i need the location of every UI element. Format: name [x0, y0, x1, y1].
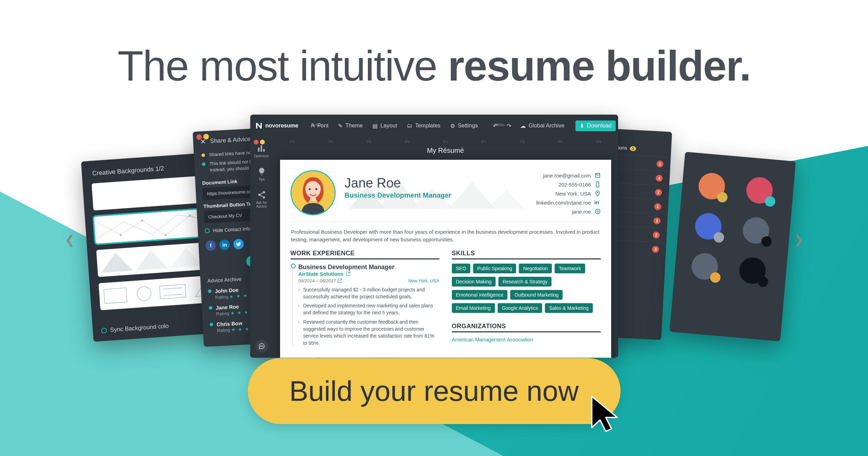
svg-marker-6: [170, 247, 203, 268]
job-dates: 09/2014 – 06/2017: [298, 278, 342, 283]
avatar[interactable]: [290, 170, 336, 215]
cursor-icon: [589, 394, 627, 439]
font-icon: A: [311, 123, 315, 129]
download-button[interactable]: ⬇Download: [575, 121, 616, 131]
toolbar: novoresume Design AFont ✎Theme ▤Layout 🗂…: [250, 115, 618, 137]
svg-point-29: [597, 192, 598, 193]
svg-point-0: [120, 234, 122, 236]
contact-location: New York, USA: [555, 191, 591, 197]
skill-pill[interactable]: Outbound Marketing: [510, 290, 563, 300]
sync-background[interactable]: Sync Background colo: [101, 323, 169, 334]
bullet-1: Successfully managed $2 - 3 million budg…: [298, 286, 439, 300]
skill-pill[interactable]: Sales & Marketing: [545, 303, 593, 313]
share-icon: [257, 190, 266, 199]
gear-icon: ⚙: [450, 123, 455, 129]
download-icon: ⬇: [580, 123, 584, 129]
ruler: 1%2%3%4%5%6%7%8%9%: [273, 137, 618, 144]
svg-marker-20: [411, 188, 454, 209]
undo-button[interactable]: ↶: [489, 121, 502, 131]
svg-marker-21: [448, 182, 495, 209]
logo-icon: [255, 122, 263, 130]
svg-rect-10: [261, 145, 262, 151]
skill-pill[interactable]: Public Speaking: [473, 264, 516, 273]
linkedin-icon[interactable]: in: [219, 239, 230, 250]
skill-pill[interactable]: Google Analytics: [498, 303, 542, 313]
carousel-prev-icon[interactable]: ❮: [65, 233, 75, 247]
linkedin-icon: in: [595, 199, 601, 206]
color-swatch[interactable]: [697, 172, 726, 200]
skill-pill[interactable]: Negotiation: [519, 264, 552, 273]
sidebar-tips[interactable]: Tips: [257, 167, 266, 181]
headline-bold: resume builder.: [448, 42, 751, 90]
carousel-next-icon[interactable]: ❯: [794, 233, 803, 247]
contact-linkedin: linkedin.com/in/jane.roe: [536, 200, 591, 206]
skill-pill[interactable]: Emotional Intelligence: [452, 290, 508, 300]
svg-point-17: [262, 346, 263, 347]
contact-handle: jane.roe: [572, 209, 591, 215]
bars-icon: [257, 144, 266, 153]
skype-icon: S: [595, 208, 601, 215]
svg-marker-4: [100, 251, 133, 273]
skill-pill[interactable]: SEO: [452, 264, 471, 273]
skill-pill[interactable]: Research & Strategy: [498, 277, 551, 287]
brand-logo[interactable]: novoresume: [255, 122, 298, 130]
panel-main-editor: novoresume Design AFont ✎Theme ▤Layout 🗂…: [250, 115, 618, 358]
bullet-2: Developed and implemented new marketing …: [298, 302, 439, 316]
external-link-icon[interactable]: [337, 278, 342, 283]
org-heading: ORGANIZATIONS: [452, 323, 601, 332]
cloud-icon: ☁: [520, 123, 526, 129]
svg-point-14: [263, 196, 265, 199]
svg-marker-19: [378, 180, 419, 209]
svg-marker-22: [486, 190, 524, 209]
color-swatch[interactable]: [690, 252, 719, 281]
layout-button[interactable]: ▤Layout: [368, 121, 401, 131]
global-archive-button[interactable]: ☁Global Archive: [516, 121, 568, 131]
headline: The most intuitive resume builder.: [0, 42, 868, 90]
color-swatch[interactable]: [742, 216, 770, 245]
cta-button[interactable]: Build your resume now: [247, 358, 620, 424]
facebook-icon[interactable]: f: [205, 240, 216, 251]
theme-button[interactable]: ✎Theme: [334, 121, 367, 131]
job-location: New York, USA: [408, 278, 439, 283]
twitter-icon[interactable]: [233, 239, 244, 250]
templates-button[interactable]: 🗂Templates: [403, 121, 445, 131]
color-swatch[interactable]: [738, 256, 767, 285]
redo-icon: ↷: [507, 123, 511, 129]
skill-pill[interactable]: Teamwork: [555, 264, 585, 273]
svg-point-13: [258, 194, 261, 196]
sidebar-advice[interactable]: Ask for Advice: [256, 190, 267, 208]
external-link-icon[interactable]: [346, 271, 351, 276]
color-swatch[interactable]: [694, 212, 722, 240]
redo-button[interactable]: ↷: [503, 121, 515, 131]
color-swatch[interactable]: [745, 176, 774, 205]
window-dots: [196, 134, 209, 140]
resume-summary: Professional Business Developer with mor…: [290, 222, 601, 250]
editor-sidebar: Optimizer Tips Ask for Advice: [250, 137, 273, 358]
font-button[interactable]: AFont: [307, 121, 333, 131]
app-stack: ❮ ❯ Creative Backgrounds 1/2 Sync Backgr…: [80, 115, 788, 358]
skill-pill[interactable]: Email Marketing: [452, 303, 495, 313]
contacts: jane.roe@gmail.com 202-555-0166 New York…: [536, 170, 601, 215]
org-name: American Management Association: [452, 337, 601, 342]
contact-email: jane.roe@gmail.com: [543, 173, 591, 179]
undo-icon: ↶: [493, 123, 498, 129]
lightbulb-icon: [257, 167, 266, 176]
svg-point-28: [597, 186, 598, 187]
location-icon: [595, 190, 601, 197]
svg-marker-18: [349, 185, 385, 209]
skill-pill[interactable]: Decision Making: [452, 277, 496, 287]
svg-point-25: [309, 188, 311, 190]
resume-document[interactable]: Jane Roe Business Development Manager ja…: [280, 160, 611, 358]
job-title: Business Development Manager: [298, 264, 439, 271]
svg-point-15: [260, 346, 261, 347]
layout-icon: ▤: [372, 123, 378, 129]
skills-heading: SKILLS: [452, 250, 601, 259]
sidebar-optimizer[interactable]: Optimizer: [254, 144, 269, 158]
chat-bubble-icon[interactable]: [255, 340, 268, 353]
radio-icon: [101, 328, 107, 333]
svg-rect-9: [258, 148, 260, 152]
share-title: Share & Advice: [210, 136, 251, 145]
settings-button[interactable]: ⚙Settings: [446, 121, 482, 131]
svg-text:S: S: [596, 210, 598, 213]
headline-thin: The most intuitive: [118, 42, 448, 90]
